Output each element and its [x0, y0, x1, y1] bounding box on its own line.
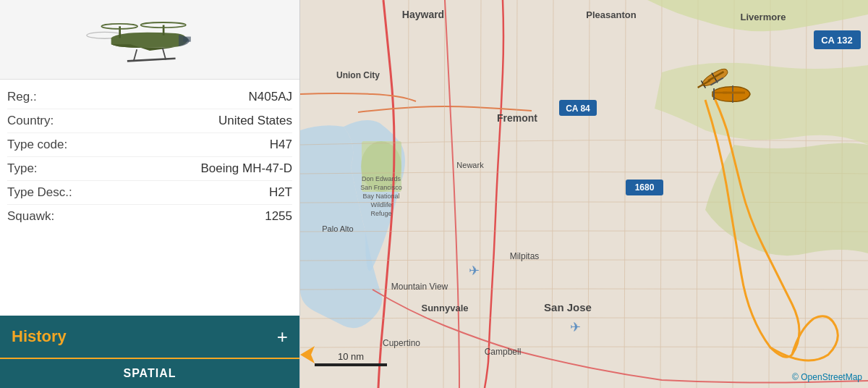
type-code-row: Type code: H47 [7, 133, 292, 157]
svg-line-5 [134, 49, 137, 61]
svg-rect-3 [119, 26, 121, 38]
country-label: Country: [7, 114, 54, 128]
svg-text:✈: ✈ [469, 263, 480, 278]
svg-text:Wildlife: Wildlife [370, 201, 391, 208]
svg-rect-8 [183, 36, 191, 41]
svg-text:Livermore: Livermore [741, 12, 786, 22]
svg-text:Mountain View: Mountain View [391, 282, 448, 292]
svg-text:CA 84: CA 84 [566, 104, 590, 114]
history-add-button[interactable]: + [277, 327, 288, 346]
squawk-label: Squawk: [7, 209, 54, 224]
type-label: Type: [7, 161, 38, 176]
country-row: Country: United States [7, 109, 292, 133]
map-svg: CA 132 CA 84 1680 Hayward Pleasanton Liv… [300, 0, 868, 388]
svg-text:Pleasanton: Pleasanton [586, 9, 636, 20]
aircraft-image [0, 0, 299, 80]
svg-line-6 [163, 48, 166, 59]
svg-text:CA 132: CA 132 [821, 35, 853, 46]
aircraft-silhouette [81, 11, 218, 69]
svg-text:Don Edwards: Don Edwards [362, 175, 401, 182]
osm-link[interactable]: © OpenStreetMap [792, 372, 862, 382]
map-panel[interactable]: CA 132 CA 84 1680 Hayward Pleasanton Liv… [300, 0, 868, 388]
svg-text:Cupertino: Cupertino [383, 338, 420, 348]
svg-text:Hayward: Hayward [402, 9, 444, 20]
history-bar: History + [0, 316, 299, 358]
info-table: Reg.: N405AJ Country: United States Type… [0, 80, 299, 316]
registration-row: Reg.: N405AJ [7, 85, 292, 109]
spatial-label: SPATIAL [123, 367, 176, 380]
svg-text:Palo Alto: Palo Alto [322, 224, 353, 233]
scale-bar: 10 nm [315, 351, 387, 366]
squawk-row: Squawk: 1255 [7, 205, 292, 228]
type-code-label: Type code: [7, 138, 67, 152]
svg-text:San Francisco: San Francisco [360, 184, 402, 191]
svg-text:Refuge: Refuge [370, 210, 391, 217]
left-panel: Reg.: N405AJ Country: United States Type… [0, 0, 300, 388]
squawk-value: 1255 [265, 209, 292, 224]
scale-line [315, 363, 387, 366]
registration-label: Reg.: [7, 90, 37, 104]
svg-text:Sunnyvale: Sunnyvale [421, 303, 468, 313]
type-value: Boeing MH-47-D [200, 161, 292, 176]
svg-text:Bay National: Bay National [362, 193, 399, 200]
type-desc-row: Type Desc.: H2T [7, 181, 292, 205]
osm-credit[interactable]: © OpenStreetMap [792, 372, 862, 382]
svg-text:✈: ✈ [570, 320, 581, 334]
svg-text:San Jose: San Jose [544, 301, 592, 313]
spatial-bar[interactable]: SPATIAL [0, 358, 299, 388]
type-desc-label: Type Desc.: [7, 185, 72, 200]
scale-text: 10 nm [338, 351, 364, 362]
country-value: United States [218, 114, 292, 128]
svg-text:Campbell: Campbell [485, 347, 522, 357]
svg-text:Newark: Newark [456, 161, 484, 169]
svg-text:Fremont: Fremont [497, 112, 537, 124]
type-code-value: H47 [270, 138, 292, 152]
svg-text:1680: 1680 [635, 182, 655, 193]
type-desc-value: H2T [269, 185, 292, 200]
history-label: History [12, 327, 67, 346]
svg-rect-1 [163, 25, 165, 35]
svg-text:Milpitas: Milpitas [510, 251, 540, 261]
registration-value: N405AJ [249, 90, 292, 104]
svg-text:Union City: Union City [336, 70, 380, 80]
type-row: Type: Boeing MH-47-D [7, 157, 292, 181]
